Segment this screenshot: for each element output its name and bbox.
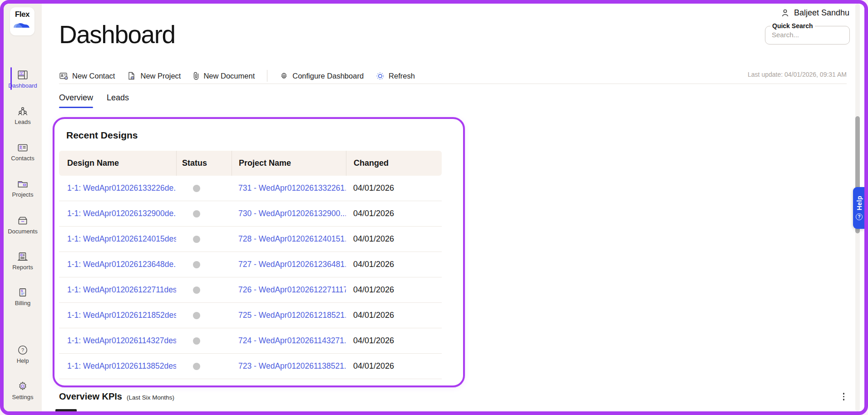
changed-date: 04/01/2026	[353, 336, 394, 346]
tab-leads[interactable]: Leads	[107, 93, 129, 104]
new-project-button[interactable]: New Project	[127, 71, 181, 80]
user-name: Baljeet Sandhu	[794, 8, 849, 18]
table-row: 1-1: WedApr012026123648de... 727 - WedAp…	[59, 252, 442, 277]
question-mark-icon: ?	[856, 213, 863, 220]
project-link[interactable]: 731 - WedApr0120261332261...	[238, 183, 346, 193]
status-dot	[193, 337, 200, 345]
help-icon: ?	[17, 344, 29, 356]
design-link[interactable]: 1-1: WedApr012026133226de...	[67, 183, 176, 193]
table-row: 1-1: WedApr012026132900de... 730 - WedAp…	[59, 201, 442, 227]
recent-designs-title: Recent Designs	[66, 130, 138, 141]
project-link[interactable]: 728 - WedApr0120261240151...	[238, 234, 346, 244]
sidebar-item-projects[interactable]: Projects	[4, 178, 42, 198]
quick-search: Quick Search	[765, 26, 850, 44]
billing-icon: $	[17, 287, 29, 298]
sidebar-item-help[interactable]: ? Help	[4, 344, 42, 364]
new-document-button[interactable]: New Document	[193, 71, 255, 80]
project-link[interactable]: 730 - WedApr012026132900...	[238, 209, 346, 218]
project-link[interactable]: 724 - WedApr0120261143271...	[238, 336, 346, 346]
status-dot	[193, 363, 200, 370]
page-title: Dashboard	[59, 20, 175, 49]
design-link[interactable]: 1-1: WedApr012026124015des...	[67, 234, 176, 244]
recent-designs-panel: Recent Designs Design Name Status Projec…	[53, 117, 465, 387]
help-tab-label: Help	[856, 196, 863, 210]
sidebar-item-billing[interactable]: $ Billing	[4, 287, 42, 306]
kpis-menu-button[interactable]	[841, 391, 847, 402]
action-label: New Contact	[72, 72, 115, 80]
configure-dashboard-button[interactable]: Configure Dashboard	[280, 72, 364, 80]
table-row: 1-1: WedApr012026121852des... 725 - WedA…	[59, 303, 442, 328]
action-label: New Project	[140, 72, 181, 80]
gear-icon	[280, 72, 288, 80]
new-project-icon	[127, 71, 136, 80]
design-link[interactable]: 1-1: WedApr012026121852des...	[67, 311, 176, 320]
sidebar-item-label: Settings	[12, 394, 34, 400]
changed-date: 04/01/2026	[353, 234, 394, 244]
reports-icon	[17, 251, 29, 262]
sidebar-item-leads[interactable]: Leads	[4, 105, 42, 125]
status-dot	[193, 210, 200, 217]
column-header-design-name: Design Name	[59, 151, 176, 176]
status-dot	[193, 236, 200, 243]
kpis-subtitle: (Last Six Months)	[127, 394, 174, 401]
new-contact-icon	[59, 71, 68, 80]
sidebar-item-label: Projects	[12, 191, 34, 198]
user-menu[interactable]: Baljeet Sandhu	[780, 8, 849, 18]
changed-date: 04/01/2026	[353, 285, 394, 295]
help-tab[interactable]: Help ?	[853, 187, 865, 229]
design-link[interactable]: 1-1: WedApr012026113852des...	[67, 361, 176, 371]
tab-overview[interactable]: Overview	[59, 93, 93, 104]
design-link[interactable]: 1-1: WedApr012026114327des...	[67, 336, 176, 346]
refresh-icon	[376, 72, 385, 80]
logo-wave-icon	[13, 19, 32, 29]
recent-designs-table: Design Name Status Project Name Changed …	[59, 151, 442, 379]
sidebar-item-dashboard[interactable]: Dashboard	[4, 69, 42, 89]
project-link[interactable]: 723 - WedApr0120261138521...	[238, 361, 346, 371]
kpis-title: Overview KPIs	[59, 391, 122, 402]
overview-kpis-heading: Overview KPIs (Last Six Months)	[59, 391, 174, 402]
status-dot	[193, 185, 200, 192]
paperclip-icon	[193, 71, 199, 80]
dashboard-icon	[17, 69, 29, 81]
changed-date: 04/01/2026	[353, 311, 394, 320]
clipped-content	[55, 409, 77, 411]
flex-logo[interactable]: Flex	[10, 7, 35, 35]
quick-search-label: Quick Search	[770, 22, 815, 30]
design-link[interactable]: 1-1: WedApr012026132900de...	[67, 209, 176, 218]
contacts-icon	[17, 142, 29, 153]
table-row: 1-1: WedApr012026122711des1... 726 - Wed…	[59, 277, 442, 303]
user-icon	[780, 8, 790, 18]
table-row: 1-1: WedApr012026124015des... 728 - WedA…	[59, 227, 442, 252]
sidebar-item-contacts[interactable]: Contacts	[4, 142, 42, 162]
table-row: 1-1: WedApr012026133226de... 731 - WedAp…	[59, 176, 442, 201]
design-link[interactable]: 1-1: WedApr012026122711des1...	[67, 285, 176, 295]
action-label: Refresh	[389, 72, 415, 80]
table-row: 1-1: WedApr012026114327des... 724 - WedA…	[59, 328, 442, 354]
actions-toolbar: New Contact New Project New Document	[59, 70, 415, 82]
documents-icon	[17, 215, 29, 227]
projects-icon	[17, 178, 29, 190]
sidebar-item-documents[interactable]: Documents	[4, 215, 42, 235]
sidebar-item-label: Contacts	[11, 155, 34, 162]
sidebar-item-label: Documents	[8, 228, 38, 235]
app-frame: Flex Dashboard	[0, 0, 868, 415]
sidebar-item-settings[interactable]: Settings	[4, 380, 42, 400]
table-row: 1-1: WedApr012026113852des... 723 - WedA…	[59, 354, 442, 379]
action-label: New Document	[203, 72, 255, 80]
project-link[interactable]: 727 - WedApr0120261236481...	[238, 260, 346, 269]
sidebar-item-label: Billing	[15, 300, 31, 306]
project-link[interactable]: 726 - WedApr01202612271117...	[238, 285, 346, 295]
header-divider	[59, 84, 847, 84]
toolbar-divider	[267, 70, 267, 82]
table-header: Design Name Status Project Name Changed	[59, 151, 442, 176]
refresh-button[interactable]: Refresh	[376, 72, 415, 80]
design-link[interactable]: 1-1: WedApr012026123648de...	[67, 260, 176, 269]
search-input[interactable]	[772, 31, 844, 39]
new-contact-button[interactable]: New Contact	[59, 71, 115, 80]
project-link[interactable]: 725 - WedApr0120261218521...	[238, 311, 346, 320]
changed-date: 04/01/2026	[353, 260, 394, 269]
column-header-changed: Changed	[346, 151, 442, 176]
sidebar-item-label: Reports	[12, 264, 33, 271]
sidebar-item-reports[interactable]: Reports	[4, 251, 42, 271]
svg-text:?: ?	[21, 347, 24, 353]
